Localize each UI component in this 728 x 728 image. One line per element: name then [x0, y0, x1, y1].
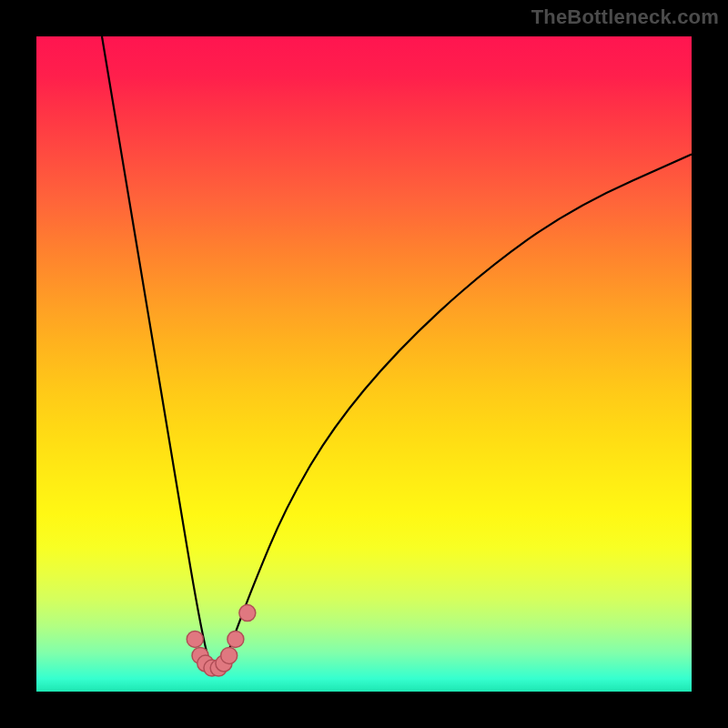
curve-svg: [36, 36, 692, 692]
marker-point: [197, 655, 214, 672]
watermark-text: TheBottleneck.com: [531, 5, 719, 29]
marker-point: [216, 655, 232, 672]
plot-area: [36, 36, 692, 692]
bottleneck-curve: [102, 36, 692, 668]
marker-point: [228, 631, 244, 647]
marker-point: [204, 660, 220, 676]
chart-container: TheBottleneck.com: [0, 0, 728, 728]
marker-point: [221, 647, 238, 663]
highlight-markers: [187, 605, 256, 676]
marker-point: [192, 647, 208, 663]
marker-point: [210, 660, 227, 676]
marker-point: [187, 631, 203, 647]
marker-point: [239, 605, 256, 622]
